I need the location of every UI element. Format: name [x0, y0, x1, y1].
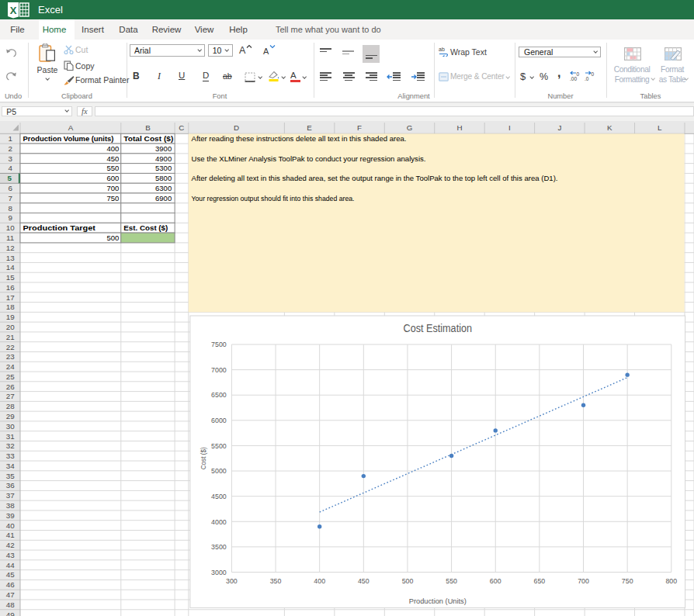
svg-text:31: 31: [6, 432, 15, 441]
svg-text:0: 0: [592, 71, 595, 77]
svg-text:9: 9: [8, 213, 12, 222]
svg-text:C: C: [179, 123, 184, 132]
svg-text:700: 700: [578, 577, 589, 585]
svg-text:ab: ab: [439, 47, 445, 52]
svg-text:6: 6: [8, 184, 12, 192]
svg-text:7500: 7500: [211, 341, 227, 348]
svg-text:33: 33: [6, 452, 15, 460]
svg-text:3900: 3900: [155, 144, 172, 153]
svg-text:A: A: [68, 123, 74, 132]
svg-text:Cost Estimation: Cost Estimation: [404, 322, 472, 334]
svg-text:Production (Units): Production (Units): [409, 597, 467, 605]
svg-text:41: 41: [6, 531, 15, 539]
svg-text:700: 700: [106, 184, 119, 192]
svg-text:500: 500: [106, 234, 119, 242]
svg-text:42: 42: [6, 541, 15, 549]
svg-text:L: L: [658, 123, 662, 132]
svg-text:4000: 4000: [211, 518, 227, 526]
svg-text:600: 600: [490, 577, 501, 585]
svg-text:17: 17: [6, 293, 15, 302]
svg-text:4: 4: [8, 164, 12, 172]
svg-text:550: 550: [106, 164, 119, 172]
svg-text:11: 11: [6, 234, 14, 242]
svg-text:6500: 6500: [211, 391, 227, 399]
svg-text:400: 400: [314, 577, 325, 585]
svg-text:24: 24: [6, 362, 15, 371]
svg-text:0: 0: [577, 71, 580, 77]
svg-text:5800: 5800: [155, 174, 172, 182]
svg-text:After deleting all text in thi: After deleting all text in this shaded a…: [192, 175, 558, 182]
svg-text:21: 21: [6, 333, 15, 341]
svg-text:16: 16: [6, 283, 15, 292]
svg-text:40: 40: [6, 521, 15, 530]
svg-text:36: 36: [6, 481, 15, 490]
svg-text:X: X: [10, 5, 17, 16]
svg-text:13: 13: [6, 254, 15, 262]
svg-text:After reading these instructio: After reading these instructions delete …: [192, 135, 407, 143]
svg-text:35: 35: [6, 472, 15, 480]
svg-text:26: 26: [6, 382, 15, 391]
svg-text:10: 10: [6, 223, 15, 232]
svg-text:350: 350: [270, 577, 282, 585]
svg-text:Use the XLMiner Analysis ToolP: Use the XLMiner Analysis ToolPak to cond…: [192, 155, 426, 163]
svg-text:450: 450: [106, 154, 119, 163]
svg-text:600: 600: [106, 174, 119, 182]
svg-text:B: B: [145, 123, 151, 132]
svg-text:H: H: [456, 123, 462, 132]
svg-text:800: 800: [665, 577, 677, 585]
svg-text:6300: 6300: [155, 184, 172, 192]
svg-text:4900: 4900: [155, 154, 172, 163]
svg-text:D: D: [234, 123, 239, 132]
svg-text:20: 20: [6, 323, 15, 331]
svg-text:Your regression output should: Your regression output should fit into t…: [192, 195, 355, 202]
svg-text:I: I: [508, 123, 511, 132]
svg-text:F: F: [357, 123, 362, 132]
svg-text:14: 14: [6, 263, 15, 272]
svg-text:44: 44: [6, 561, 15, 569]
svg-text:22: 22: [6, 343, 15, 351]
svg-text:37: 37: [6, 491, 15, 500]
svg-text:32: 32: [6, 441, 15, 450]
svg-text:12: 12: [6, 244, 15, 252]
svg-text:39: 39: [6, 511, 15, 520]
svg-text:1: 1: [8, 134, 12, 143]
svg-text:8: 8: [8, 204, 12, 213]
svg-text:Production Target: Production Target: [23, 223, 96, 232]
svg-text:.0: .0: [585, 76, 589, 81]
svg-text:6900: 6900: [155, 194, 172, 202]
svg-text:48: 48: [6, 600, 15, 609]
svg-text:400: 400: [106, 144, 119, 153]
svg-text:23: 23: [6, 352, 15, 361]
svg-text:750: 750: [622, 577, 633, 585]
svg-text:Est. Cost ($): Est. Cost ($): [123, 223, 168, 232]
svg-text:28: 28: [6, 402, 15, 410]
svg-text:18: 18: [6, 303, 15, 311]
svg-text:47: 47: [6, 590, 15, 599]
svg-text:6000: 6000: [211, 417, 227, 424]
svg-text:19: 19: [6, 313, 15, 321]
svg-text:550: 550: [446, 577, 457, 585]
svg-text:450: 450: [358, 577, 370, 585]
svg-text:5: 5: [7, 174, 12, 182]
svg-text:38: 38: [6, 501, 15, 510]
svg-text:25: 25: [6, 372, 15, 381]
svg-text:3000: 3000: [211, 569, 227, 576]
svg-text:7000: 7000: [211, 366, 227, 374]
svg-text:5500: 5500: [211, 442, 227, 450]
svg-text:Total Cost ($): Total Cost ($): [123, 134, 173, 143]
svg-text:750: 750: [106, 194, 119, 202]
svg-text:49: 49: [6, 611, 15, 616]
svg-text:29: 29: [6, 412, 15, 420]
svg-text:Production Volume (units): Production Volume (units): [23, 134, 114, 143]
svg-text:7: 7: [8, 194, 12, 202]
svg-text:46: 46: [6, 580, 15, 589]
svg-text:K: K: [607, 123, 612, 132]
svg-text:27: 27: [6, 392, 15, 400]
svg-text:30: 30: [6, 422, 15, 431]
svg-text:G: G: [407, 123, 413, 132]
svg-text:15: 15: [6, 273, 15, 282]
svg-text:Cost ($): Cost ($): [200, 447, 207, 469]
svg-text:300: 300: [226, 577, 238, 585]
svg-text:E: E: [307, 123, 312, 132]
svg-text:.00: .00: [570, 76, 577, 81]
